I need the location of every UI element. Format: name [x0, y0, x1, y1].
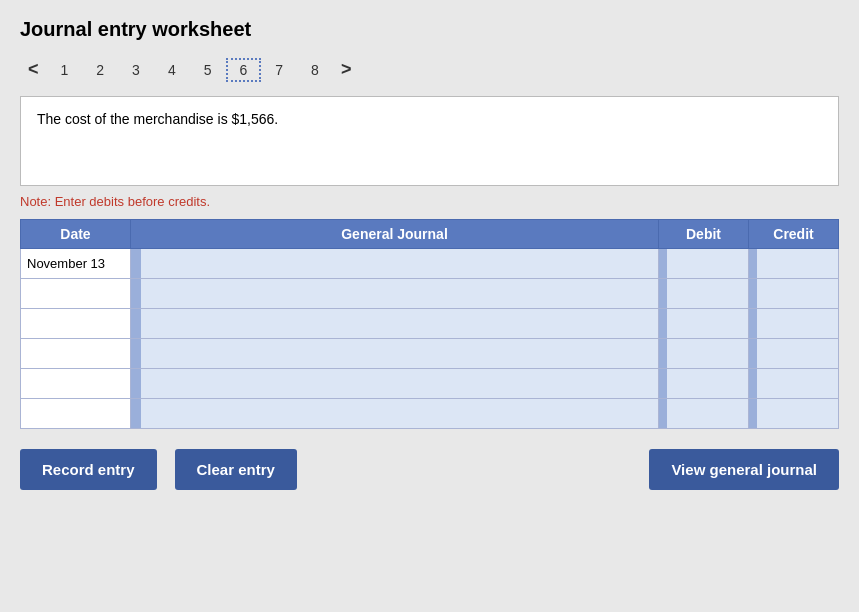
table-row [21, 399, 839, 429]
page-title: Journal entry worksheet [20, 18, 839, 41]
date-cell-5[interactable] [21, 399, 131, 429]
page-6[interactable]: 6 [226, 58, 262, 82]
date-cell-4[interactable] [21, 369, 131, 399]
credit-cell-3[interactable] [749, 339, 839, 369]
credit-cell-4[interactable] [749, 369, 839, 399]
header-journal: General Journal [131, 220, 659, 249]
record-entry-button[interactable]: Record entry [20, 449, 157, 490]
journal-cell-4[interactable] [131, 369, 659, 399]
note-text: Note: Enter debits before credits. [20, 194, 839, 209]
credit-cell-1[interactable] [749, 279, 839, 309]
debit-cell-2[interactable] [659, 309, 749, 339]
credit-cell-2[interactable] [749, 309, 839, 339]
view-journal-button[interactable]: View general journal [649, 449, 839, 490]
page-2[interactable]: 2 [82, 58, 118, 82]
page-5[interactable]: 5 [190, 58, 226, 82]
journal-table: Date General Journal Debit Credit Novemb… [20, 219, 839, 429]
journal-cell-0[interactable] [131, 249, 659, 279]
date-cell-2[interactable] [21, 309, 131, 339]
page-4[interactable]: 4 [154, 58, 190, 82]
header-date: Date [21, 220, 131, 249]
journal-cell-2[interactable] [131, 309, 659, 339]
journal-cell-5[interactable] [131, 399, 659, 429]
page-8[interactable]: 8 [297, 58, 333, 82]
buttons-row: Record entry Clear entry View general jo… [20, 449, 839, 490]
header-debit: Debit [659, 220, 749, 249]
clear-entry-button[interactable]: Clear entry [175, 449, 297, 490]
debit-cell-4[interactable] [659, 369, 749, 399]
main-container: Journal entry worksheet < 1 2 3 4 5 6 7 … [0, 0, 859, 612]
next-arrow[interactable]: > [333, 55, 360, 84]
credit-cell-5[interactable] [749, 399, 839, 429]
debit-cell-5[interactable] [659, 399, 749, 429]
table-row [21, 339, 839, 369]
page-3[interactable]: 3 [118, 58, 154, 82]
debit-cell-0[interactable] [659, 249, 749, 279]
header-credit: Credit [749, 220, 839, 249]
description-box: The cost of the merchandise is $1,566. [20, 96, 839, 186]
table-row: November 13 [21, 249, 839, 279]
credit-cell-0[interactable] [749, 249, 839, 279]
date-cell-0[interactable]: November 13 [21, 249, 131, 279]
pagination-bar: < 1 2 3 4 5 6 7 8 > [20, 55, 839, 84]
table-row [21, 369, 839, 399]
table-row [21, 279, 839, 309]
date-cell-3[interactable] [21, 339, 131, 369]
journal-cell-3[interactable] [131, 339, 659, 369]
page-1[interactable]: 1 [47, 58, 83, 82]
prev-arrow[interactable]: < [20, 55, 47, 84]
debit-cell-1[interactable] [659, 279, 749, 309]
date-cell-1[interactable] [21, 279, 131, 309]
debit-cell-3[interactable] [659, 339, 749, 369]
table-row [21, 309, 839, 339]
page-7[interactable]: 7 [261, 58, 297, 82]
journal-cell-1[interactable] [131, 279, 659, 309]
